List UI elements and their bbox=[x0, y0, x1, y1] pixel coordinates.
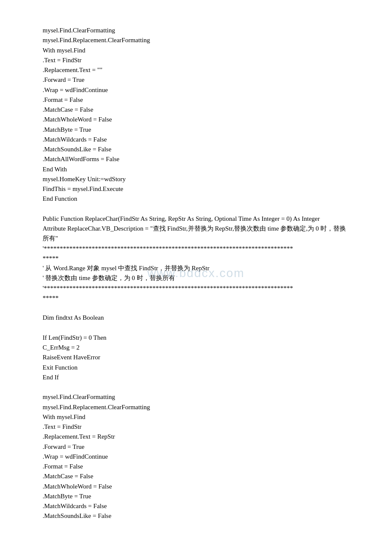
code-content: mysel.Find.ClearFormatting mysel.Find.Re… bbox=[43, 26, 349, 521]
page-wrapper: www.bddcx.com mysel.Find.ClearFormatting… bbox=[43, 26, 349, 521]
